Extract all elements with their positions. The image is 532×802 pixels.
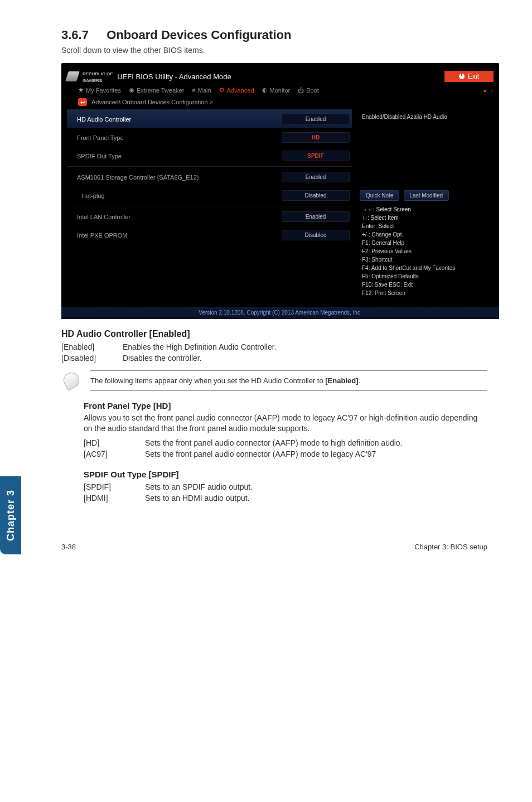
section-head: 3.6.7 Onboard Devices Configuration — [61, 28, 487, 42]
value-intel-lan[interactable]: Enabled — [282, 211, 350, 222]
tab-advanced[interactable]: ⚙Advanced — [219, 86, 254, 94]
front-panel-heading: Front Panel Type [HD] — [84, 401, 487, 410]
row-spdif[interactable]: SPDIF Out Type SPDIF — [67, 147, 352, 165]
key-help: →←: Select Screen ↑↓: Select Item Enter:… — [360, 201, 494, 302]
bios-title: UEFI BIOS Utility - Advanced Mode — [117, 73, 231, 81]
value-hd-audio[interactable]: Enabled — [282, 114, 350, 124]
tab-monitor[interactable]: ◐Monitor — [262, 86, 291, 94]
front-panel-para: Allows you to set the front panel audio … — [84, 413, 487, 434]
section-title: Onboard Devices Configuration — [107, 28, 291, 42]
chapter-label: Chapter 3: BIOS setup — [414, 543, 487, 551]
note-text: The following items appear only when you… — [90, 370, 487, 391]
power-icon — [459, 74, 465, 79]
value-hotplug[interactable]: Disabled — [282, 190, 350, 201]
quick-note-button[interactable]: Quick Note — [360, 190, 399, 201]
breadcrumb: Advanced\ Onboard Devices Configuration … — [91, 99, 213, 105]
row-intel-pxe[interactable]: Intel PXE OPROM Disabled — [67, 226, 352, 244]
bios-tab-bar: ★My Favorites ◉Extreme Tweaker ≡Main ⚙Ad… — [67, 84, 494, 96]
row-asm1061[interactable]: ASM1061 Storage Controller (SATA6G_E12) … — [67, 168, 352, 186]
power-icon: ⏻ — [298, 87, 304, 94]
value-intel-pxe[interactable]: Disabled — [282, 230, 350, 240]
list-icon: ≡ — [192, 87, 195, 94]
back-arrow-icon[interactable]: ↩ — [78, 98, 87, 106]
row-hd-audio[interactable]: HD Audio Controller Enabled — [67, 110, 352, 128]
spdif-heading: SPDIF Out Type [SPDIF] — [84, 470, 487, 479]
tab-extreme-tweaker[interactable]: ◉Extreme Tweaker — [129, 86, 184, 94]
tab-boot[interactable]: ⏻Boot — [298, 86, 319, 94]
gear-icon: ⚙ — [219, 86, 225, 94]
meter-icon: ◐ — [262, 86, 268, 94]
value-front-panel[interactable]: HD — [282, 132, 350, 143]
note-pen-icon — [61, 370, 84, 389]
star-icon: ★ — [78, 86, 84, 94]
exit-button[interactable]: Exit — [444, 71, 494, 82]
row-intel-lan[interactable]: Intel LAN Controller Enabled — [67, 207, 352, 226]
chapter-side-tab: Chapter 3 — [0, 476, 21, 554]
scroll-hint: Scroll down to view the other BIOS items… — [61, 46, 487, 55]
dial-icon: ◉ — [129, 86, 134, 94]
tab-main[interactable]: ≡Main — [192, 86, 211, 94]
row-hotplug[interactable]: Hot-plug Disabled — [67, 186, 352, 205]
bios-footer: Version 2.10.1208. Copyright (C) 2013 Am… — [61, 307, 499, 319]
more-tabs-icon[interactable]: ● · — [483, 86, 494, 94]
bios-screenshot: REPUBLIC OF GAMERS UEFI BIOS Utility - A… — [61, 63, 499, 319]
front-panel-options: [HD]Sets the front panel audio connector… — [84, 437, 403, 460]
rog-text: REPUBLIC OF GAMERS — [83, 70, 113, 83]
page-footer: 3-38 Chapter 3: BIOS setup — [0, 543, 532, 562]
last-modified-button[interactable]: Last Modified — [404, 190, 449, 201]
tab-favorites[interactable]: ★My Favorites — [78, 86, 121, 94]
spdif-options: [SPDIF]Sets to an SPDIF audio output. [H… — [84, 481, 253, 504]
value-spdif[interactable]: SPDIF — [282, 151, 350, 161]
row-front-panel[interactable]: Front Panel Type HD — [67, 128, 352, 147]
rog-logo-icon — [65, 71, 80, 81]
item-description: Enabled/Disabled Azalia HD Audio — [360, 110, 494, 123]
hd-audio-heading: HD Audio Controller [Enabled] — [61, 329, 487, 339]
page-number: 3-38 — [61, 543, 76, 551]
section-number: 3.6.7 — [61, 28, 103, 42]
value-asm1061[interactable]: Enabled — [282, 172, 350, 182]
hd-audio-options: [Enabled]Enables the High Definition Aud… — [61, 341, 277, 364]
